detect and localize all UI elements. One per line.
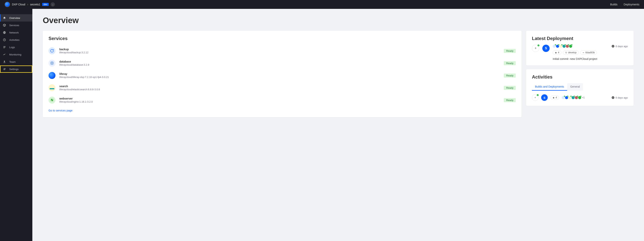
deployments-link[interactable]: Deployments (624, 3, 640, 6)
svg-point-6 (566, 52, 566, 52)
service-name: backup (59, 48, 500, 51)
upload-icon (534, 96, 536, 99)
service-row-backup[interactable]: backup liferaycloud/backup:3.2.12 Ready (48, 45, 516, 57)
sidebar: Overview Services Network Activities Log… (0, 9, 32, 241)
status-badge: Ready (504, 61, 516, 65)
product-logo[interactable] (4, 2, 10, 7)
services-card: Services backup liferaycloud/backup:3.2.… (43, 31, 522, 117)
env-badge: dev (42, 3, 48, 6)
status-badge: Ready (504, 49, 516, 53)
service-row-search[interactable]: search liferaycloud/elasticsearch:6.8.6-… (48, 82, 516, 94)
mini-db-icon (562, 45, 566, 48)
status-badge: Ready (504, 86, 516, 90)
clock-icon: ⏲ (612, 96, 614, 99)
builds-link[interactable]: Builds (610, 3, 618, 6)
mini-nginx-icon (569, 45, 572, 48)
activities-card: Activities Builds and Deployments Genera… (526, 69, 634, 106)
mini-db-icon (572, 96, 575, 99)
service-row-liferay[interactable]: liferay liferaycloud/liferay-dxp:7.2.10-… (48, 69, 516, 82)
mini-backup-icon (553, 45, 556, 48)
sidebar-item-logs[interactable]: Logs (0, 44, 32, 51)
check-icon: ✓ (536, 94, 539, 96)
mini-search-icon (568, 96, 572, 99)
activity-build-pill[interactable]: 4 (550, 96, 559, 100)
commit-message: Initial commit -new DXPCloud project (553, 57, 628, 60)
status-badge: Ready (504, 98, 516, 102)
service-version: liferaycloud/database:3.2.9 (59, 63, 500, 66)
service-name: search (59, 85, 500, 88)
sidebar-item-monitoring[interactable]: Monitoring (0, 51, 32, 58)
sidebar-item-settings[interactable]: Settings (0, 66, 32, 73)
deployment-time: ⏲ 6 days ago (612, 45, 628, 48)
latest-deployment-title: Latest Deployment (532, 36, 628, 41)
nginx-icon: N (48, 97, 56, 104)
user-avatar: S (541, 94, 548, 101)
commit-pill[interactable]: 6dad93b (580, 50, 597, 55)
crumb-sep-icon: › (27, 3, 28, 6)
svg-point-2 (4, 61, 5, 62)
activity-row[interactable]: ✓ S 4 +1 (532, 94, 628, 101)
home-icon (3, 16, 6, 20)
svg-point-9 (583, 52, 584, 53)
sidebar-item-network[interactable]: Network (0, 29, 32, 36)
sidebar-item-activities[interactable]: Activities (0, 36, 32, 44)
service-name: liferay (59, 72, 500, 76)
branch-pill[interactable]: develop (563, 50, 579, 55)
service-row-webserver[interactable]: N webserver liferaycloud/nginx:1.16.1-3.… (48, 94, 516, 106)
clock-icon (3, 38, 6, 42)
service-row-database[interactable]: database liferaycloud/database:3.2.9 Rea… (48, 57, 516, 69)
mini-search-icon (559, 45, 562, 48)
tab-builds-deployments[interactable]: Builds and Deployments (532, 83, 567, 91)
crumb-project[interactable]: secrets1 (30, 3, 40, 6)
person-icon (3, 60, 6, 64)
env-dropdown-button[interactable]: ⌄ (51, 2, 55, 6)
list-icon (3, 46, 6, 49)
extra-count: +1 (582, 96, 585, 99)
search-service-icon (48, 84, 56, 91)
svg-point-5 (51, 62, 53, 63)
svg-point-7 (566, 52, 567, 52)
mini-misc-icon (566, 45, 569, 48)
mini-liferay-icon (556, 45, 559, 48)
liferay-icon (48, 72, 56, 79)
service-name: database (59, 60, 500, 63)
sidebar-item-services[interactable]: Services (0, 22, 32, 29)
service-name: webserver (59, 97, 500, 100)
sidebar-item-label: Logs (9, 46, 15, 49)
sliders-icon (3, 67, 6, 71)
sidebar-item-label: Settings (9, 68, 19, 71)
clock-icon: ⏲ (612, 45, 614, 48)
go-to-services-link[interactable]: Go to services page (48, 109, 72, 112)
sidebar-item-label: Activities (9, 38, 20, 42)
activity-status-icon: ✓ (532, 94, 538, 101)
page-title: Overview (43, 16, 634, 25)
globe-icon (3, 31, 6, 34)
header-links: Builds Deployments (610, 3, 640, 6)
user-avatar: S (542, 45, 550, 52)
build-pill[interactable]: 4 (553, 50, 562, 55)
service-version: liferaycloud/liferay-dxp:7.2.10-sp1-fp4-… (59, 76, 500, 78)
service-version: liferaycloud/nginx:1.16.1-3.2.0 (59, 100, 500, 103)
status-badge: Ready (504, 74, 516, 78)
top-header: DXP Cloud › secrets1 dev ⌄ Builds Deploy… (0, 0, 644, 9)
upload-icon (534, 47, 537, 50)
tab-general[interactable]: General (567, 83, 583, 91)
sidebar-item-label: Overview (9, 16, 20, 20)
commit-icon (582, 52, 584, 54)
activities-tabs: Builds and Deployments General (532, 83, 628, 91)
service-mini-icons (553, 45, 572, 48)
activity-mini-icons: +1 (562, 96, 585, 99)
mini-misc-icon (575, 96, 578, 99)
chart-icon (3, 53, 6, 56)
sidebar-item-label: Network (9, 31, 19, 34)
service-version: liferaycloud/backup:3.2.12 (59, 51, 500, 54)
crumb-product[interactable]: DXP Cloud (12, 3, 25, 6)
backup-icon (48, 47, 56, 54)
cube-icon (3, 24, 6, 27)
branch-icon (565, 52, 567, 54)
check-icon: ✓ (537, 44, 540, 47)
sidebar-item-overview[interactable]: Overview (0, 14, 32, 22)
sidebar-item-team[interactable]: Team (0, 58, 32, 66)
breadcrumb: DXP Cloud › secrets1 dev ⌄ (4, 2, 55, 7)
mini-backup-icon (562, 96, 565, 99)
